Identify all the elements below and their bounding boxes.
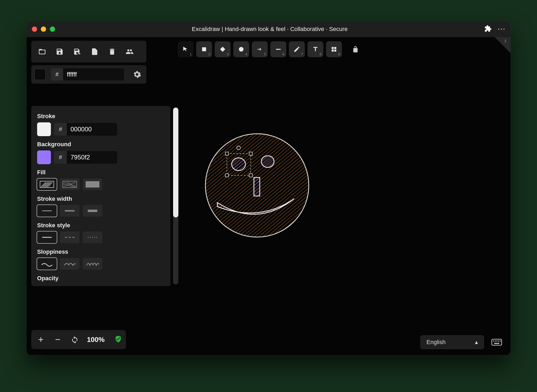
canvas-background-panel: #: [31, 65, 146, 84]
svg-rect-26: [495, 341, 496, 342]
stroke-width-medium-button[interactable]: [60, 205, 80, 217]
svg-point-13: [205, 134, 309, 237]
save-button[interactable]: [52, 44, 67, 59]
svg-rect-18: [227, 154, 251, 175]
opacity-label: Opacity: [37, 275, 165, 282]
svg-rect-29: [500, 341, 501, 342]
zoom-in-button[interactable]: [33, 332, 48, 347]
background-label: Background: [37, 141, 165, 148]
svg-point-15: [232, 158, 245, 171]
stroke-style-dotted-button[interactable]: [83, 231, 102, 243]
svg-rect-30: [494, 343, 499, 344]
properties-panel: Stroke # Background # Fill: [31, 106, 170, 286]
pin-icon[interactable]: [503, 39, 508, 46]
svg-point-1: [239, 47, 243, 51]
zoom-out-button[interactable]: [50, 332, 65, 347]
collaborate-button[interactable]: [122, 44, 137, 59]
tool-rectangle[interactable]: 2: [196, 41, 212, 57]
shape-toolbar: 1 2 3 4 5 6 7: [178, 41, 362, 57]
canvas-bg-hex-input[interactable]: [63, 68, 124, 81]
open-button[interactable]: [34, 44, 50, 59]
hash-label: #: [51, 68, 63, 81]
tool-draw[interactable]: 7: [289, 41, 305, 57]
svg-rect-17: [254, 177, 260, 196]
svg-point-14: [205, 133, 309, 238]
tool-selection[interactable]: 1: [178, 41, 193, 57]
fill-label: Fill: [37, 169, 165, 176]
stroke-label: Stroke: [37, 113, 165, 120]
svg-point-23: [237, 146, 240, 150]
scrollbar-thumb[interactable]: [173, 108, 178, 217]
tool-line[interactable]: 6: [270, 41, 286, 57]
canvas-bg-swatch[interactable]: [34, 69, 46, 80]
save-as-button[interactable]: [69, 44, 85, 59]
svg-rect-22: [249, 174, 252, 177]
titlebar: Excalidraw | Hand-drawn look & feel · Co…: [27, 21, 510, 37]
svg-rect-25: [493, 341, 494, 342]
stroke-width-thin-button[interactable]: [37, 205, 57, 217]
svg-rect-28: [498, 341, 499, 342]
settings-button[interactable]: [131, 68, 143, 81]
hash-label: #: [54, 123, 67, 136]
app-body: # 1 2 3 4: [27, 37, 510, 355]
tool-text[interactable]: 8: [307, 41, 323, 57]
keyboard-shortcuts-button[interactable]: [489, 336, 505, 349]
svg-point-16: [261, 156, 274, 167]
chevron-up-icon: ▴: [475, 339, 478, 346]
zoom-reset-button[interactable]: [67, 332, 82, 347]
stroke-width-thick-button[interactable]: [83, 205, 102, 217]
fill-crosshatch-button[interactable]: [60, 179, 80, 190]
svg-rect-4: [86, 181, 99, 188]
file-toolbar: [31, 41, 146, 63]
zoom-controls: 100%: [31, 330, 126, 349]
lock-toggle[interactable]: [349, 43, 362, 56]
extension-icon[interactable]: [484, 25, 492, 33]
svg-rect-24: [492, 339, 502, 345]
sloppiness-label: Sloppiness: [37, 248, 165, 255]
stroke-width-label: Stroke width: [37, 195, 165, 202]
hash-label: #: [54, 151, 67, 164]
tool-ellipse[interactable]: 4: [233, 41, 249, 57]
app-window: Excalidraw | Hand-drawn look & feel · Co…: [27, 21, 510, 355]
minimize-window-button[interactable]: [41, 26, 46, 32]
canvas-bg-input: #: [51, 68, 124, 81]
fill-hachure-button[interactable]: [37, 179, 57, 190]
window-title: Excalidraw | Hand-drawn look & feel · Co…: [55, 26, 484, 33]
background-hex-input[interactable]: [67, 151, 117, 164]
svg-rect-19: [225, 152, 228, 155]
background-swatch[interactable]: [37, 150, 51, 164]
tool-diamond[interactable]: 3: [215, 41, 231, 57]
close-window-button[interactable]: [32, 26, 37, 32]
language-value: English: [426, 339, 446, 346]
language-select[interactable]: English ▴: [420, 335, 484, 349]
properties-scrollbar[interactable]: [173, 108, 178, 284]
stroke-hex-input[interactable]: [67, 123, 117, 136]
stroke-style-label: Stroke style: [37, 222, 165, 229]
sloppiness-high-button[interactable]: [83, 258, 102, 270]
fill-solid-button[interactable]: [83, 179, 102, 190]
sloppiness-med-button[interactable]: [60, 258, 80, 270]
save-status-icon: [114, 335, 122, 344]
svg-rect-27: [496, 341, 498, 342]
stroke-style-solid-button[interactable]: [37, 231, 57, 243]
clear-canvas-button[interactable]: [104, 44, 120, 59]
maximize-window-button[interactable]: [50, 26, 55, 32]
svg-rect-21: [225, 174, 228, 177]
export-button[interactable]: [87, 44, 102, 59]
stroke-style-dashed-button[interactable]: [60, 231, 80, 243]
zoom-level[interactable]: 100%: [84, 336, 107, 344]
svg-rect-0: [202, 47, 206, 51]
sloppiness-low-button[interactable]: [37, 258, 57, 270]
tool-arrow[interactable]: 5: [252, 41, 268, 57]
window-controls: [32, 26, 55, 32]
tool-grid[interactable]: 9: [326, 41, 342, 57]
svg-rect-20: [249, 152, 252, 155]
stroke-swatch[interactable]: [37, 122, 51, 136]
